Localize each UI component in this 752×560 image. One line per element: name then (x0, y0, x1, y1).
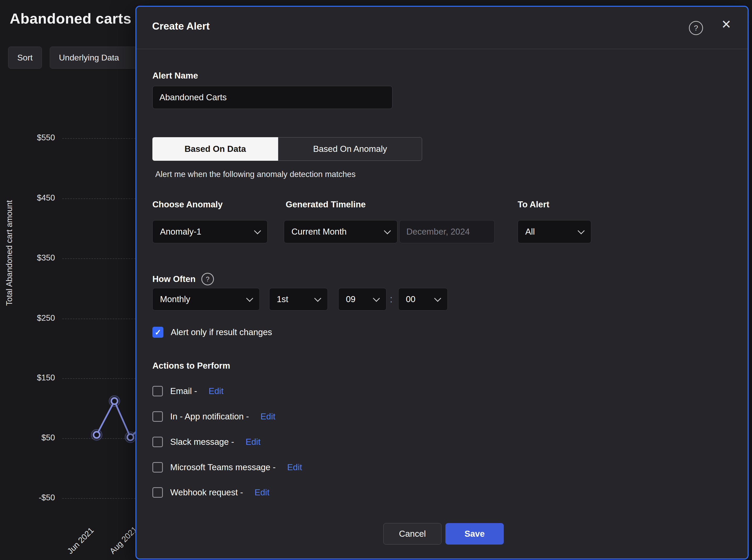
tab-based-on-data[interactable]: Based On Data (152, 137, 278, 161)
result-changes-label: Alert only if result changes (171, 327, 272, 337)
chevron-down-icon (434, 295, 441, 302)
save-button[interactable]: Save (446, 523, 504, 544)
underlying-data-button[interactable]: Underlying Data (50, 46, 141, 68)
email-edit-link[interactable]: Edit (209, 386, 224, 396)
inapp-checkbox[interactable] (152, 411, 163, 422)
to-alert-label: To Alert (518, 200, 549, 209)
choose-anomaly-value: Anomaly-1 (160, 227, 201, 237)
tab-based-on-anomaly[interactable]: Based On Anomaly (278, 137, 422, 161)
minute-select[interactable]: 00 (398, 288, 448, 311)
x-tick: Aug 2021 (108, 525, 139, 556)
action-label: Microsoft Teams message - (170, 462, 276, 472)
webhook-edit-link[interactable]: Edit (255, 487, 270, 497)
chevron-down-icon (254, 227, 261, 234)
to-alert-select[interactable]: All (518, 220, 591, 243)
action-row-webhook: Webhook request - Edit (152, 487, 270, 498)
cancel-button[interactable]: Cancel (383, 523, 441, 544)
y-tick: $350 (0, 253, 55, 263)
close-icon[interactable]: ✕ (721, 18, 731, 31)
y-tick: $450 (0, 193, 55, 203)
page-title: Abandoned carts (10, 10, 132, 27)
hour-select[interactable]: 09 (338, 288, 387, 311)
how-often-label: How Often (152, 274, 196, 284)
action-row-teams: Microsoft Teams message - Edit (152, 462, 302, 473)
app-root: Abandoned carts Sort Underlying Data Tot… (0, 0, 752, 560)
minute-value: 00 (406, 294, 416, 304)
frequency-value: Monthly (160, 294, 190, 304)
day-value: 1st (277, 294, 288, 304)
slack-edit-link[interactable]: Edit (245, 437, 260, 447)
to-alert-value: All (525, 227, 535, 237)
generated-timeline-value: Current Month (292, 227, 347, 237)
email-checkbox[interactable] (152, 386, 163, 396)
chevron-down-icon (246, 295, 253, 302)
sort-button[interactable]: Sort (8, 46, 42, 68)
inapp-edit-link[interactable]: Edit (260, 412, 275, 421)
action-label: Webhook request - (170, 487, 243, 497)
choose-anomaly-select[interactable]: Anomaly-1 (152, 220, 268, 243)
action-row-email: Email - Edit (152, 386, 224, 396)
help-icon[interactable]: ? (689, 21, 703, 35)
action-label: Slack message - (170, 437, 234, 447)
generated-timeline-select[interactable]: Current Month (284, 220, 397, 243)
x-tick: Jun 2021 (65, 526, 96, 556)
frequency-select[interactable]: Monthly (152, 288, 260, 311)
time-separator: : (390, 294, 393, 305)
how-often-header: How Often ? (152, 273, 214, 285)
modal-header: Create Alert ? ✕ (136, 7, 748, 49)
how-often-help-icon[interactable]: ? (201, 273, 214, 285)
alert-subtitle: Alert me when the following anomaly dete… (155, 169, 356, 179)
chevron-down-icon (373, 295, 380, 302)
create-alert-modal: Create Alert ? ✕ Alert Name Based On Dat… (135, 6, 749, 559)
actions-label: Actions to Perform (152, 361, 230, 371)
choose-anomaly-label: Choose Anomaly (152, 200, 222, 209)
alert-name-label: Alert Name (152, 71, 198, 81)
timeline-date-input (399, 220, 495, 243)
generated-timeline-label: Generated Timeline (286, 200, 366, 209)
day-select[interactable]: 1st (269, 288, 328, 311)
alert-name-input[interactable] (152, 86, 393, 109)
slack-checkbox[interactable] (152, 437, 163, 447)
teams-checkbox[interactable] (152, 462, 163, 473)
action-label: Email - (170, 386, 197, 396)
y-tick: -$50 (0, 493, 55, 502)
alert-type-tabs: Based On Data Based On Anomaly (152, 137, 422, 161)
y-tick: $550 (0, 133, 55, 142)
action-row-slack: Slack message - Edit (152, 437, 260, 447)
action-row-inapp: In - App notification - Edit (152, 411, 275, 422)
webhook-checkbox[interactable] (152, 487, 163, 498)
y-tick: $150 (0, 373, 55, 382)
chevron-down-icon (314, 295, 321, 302)
result-changes-checkbox[interactable]: ✓ (152, 327, 163, 338)
action-label: In - App notification - (170, 412, 249, 421)
modal-title: Create Alert (152, 20, 210, 32)
result-changes-row: ✓ Alert only if result changes (152, 327, 272, 338)
teams-edit-link[interactable]: Edit (287, 462, 302, 472)
chevron-down-icon (578, 227, 585, 234)
chevron-down-icon (384, 227, 391, 234)
y-tick: $50 (0, 433, 55, 442)
y-tick: $250 (0, 313, 55, 323)
hour-value: 09 (346, 294, 356, 304)
